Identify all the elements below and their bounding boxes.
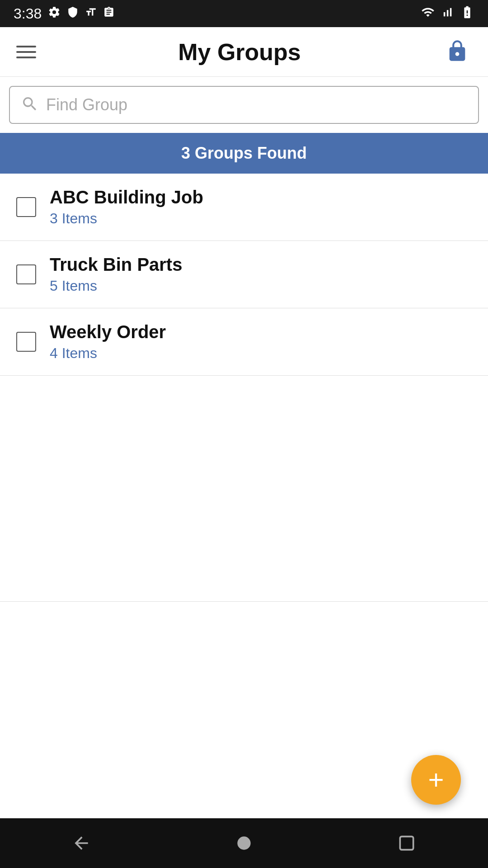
group-name: Truck Bin Parts [50, 255, 182, 275]
status-bar: 3:38 [0, 0, 488, 27]
group-checkbox-2[interactable] [16, 332, 36, 352]
svg-rect-1 [400, 836, 413, 849]
shield-icon [67, 6, 79, 21]
recents-button[interactable] [397, 833, 417, 853]
page-title: My Groups [178, 38, 301, 66]
group-checkbox-0[interactable] [16, 197, 36, 217]
group-list-item: ABC Building Job3 Items [0, 174, 488, 241]
home-button[interactable] [234, 833, 254, 853]
status-time: 3:38 [14, 5, 42, 22]
lock-button[interactable] [443, 38, 472, 66]
groups-found-text: 3 Groups Found [181, 144, 307, 162]
group-item-count: 5 Items [50, 278, 182, 294]
empty-area [0, 376, 488, 602]
groups-found-banner: 3 Groups Found [0, 133, 488, 174]
gear-icon [48, 6, 61, 22]
group-name: ABC Building Job [50, 187, 203, 208]
group-list-item: Truck Bin Parts5 Items [0, 241, 488, 308]
search-icon [21, 95, 39, 115]
group-info: ABC Building Job3 Items [50, 187, 203, 227]
battery-icon [460, 5, 474, 23]
svg-point-0 [237, 836, 250, 849]
font-icon [85, 6, 97, 21]
bottom-nav [0, 818, 488, 868]
group-name: Weekly Order [50, 322, 166, 342]
back-button[interactable] [71, 833, 91, 853]
clipboard-icon [103, 6, 115, 21]
group-info: Weekly Order4 Items [50, 322, 166, 362]
search-container [0, 77, 488, 133]
signal-icon [441, 6, 454, 22]
status-left: 3:38 [14, 5, 115, 22]
wifi-icon [421, 5, 435, 22]
menu-button[interactable] [16, 46, 36, 58]
add-icon: + [428, 766, 444, 793]
search-box [9, 86, 479, 124]
group-list-item: Weekly Order4 Items [0, 308, 488, 376]
add-group-button[interactable]: + [411, 755, 461, 805]
group-item-count: 4 Items [50, 345, 166, 362]
status-right-icons [421, 5, 474, 23]
lock-icon [446, 39, 469, 65]
group-info: Truck Bin Parts5 Items [50, 255, 182, 294]
group-list: ABC Building Job3 ItemsTruck Bin Parts5 … [0, 174, 488, 376]
group-item-count: 3 Items [50, 210, 203, 227]
group-checkbox-1[interactable] [16, 264, 36, 284]
search-input[interactable] [46, 95, 467, 114]
header: My Groups [0, 27, 488, 77]
